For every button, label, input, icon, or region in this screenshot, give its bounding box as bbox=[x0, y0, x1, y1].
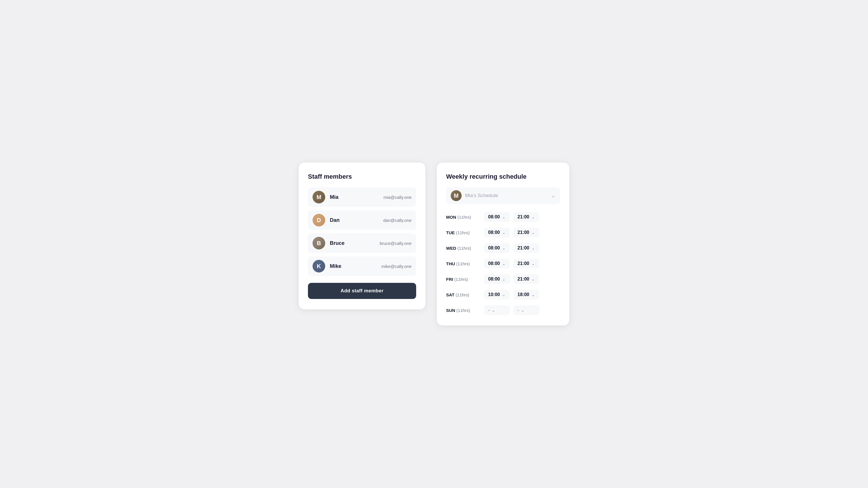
end-chevron-icon: ⌄ bbox=[532, 230, 535, 235]
end-time-fri[interactable]: 21:00 ⌄ bbox=[514, 274, 539, 284]
schedule-card-title: Weekly recurring schedule bbox=[446, 173, 560, 181]
schedule-row-fri: FRI (11hrs) 08:00 ⌄ 21:00 ⌄ bbox=[446, 274, 560, 284]
start-chevron-icon: ⌄ bbox=[502, 293, 505, 297]
staff-card-title: Staff members bbox=[308, 173, 416, 181]
end-time-sat[interactable]: 18:00 ⌄ bbox=[514, 290, 539, 299]
end-chevron-icon: ⌄ bbox=[532, 262, 535, 266]
day-label-tue: TUE (11hrs) bbox=[446, 230, 480, 235]
staff-members-card: Staff members M Mia mia@cally.one D Dan … bbox=[299, 163, 425, 309]
day-label-sat: SAT (11hrs) bbox=[446, 292, 480, 297]
day-label-fri: FRI (11hrs) bbox=[446, 277, 480, 282]
day-label-thu: THU (11hrs) bbox=[446, 261, 480, 266]
avatar-mike: K bbox=[313, 260, 325, 272]
day-label-mon: MON (11hrs) bbox=[446, 215, 480, 220]
staff-name-mike: Mike bbox=[330, 263, 377, 269]
start-chevron-icon: ⌄ bbox=[502, 262, 505, 266]
staff-email-bruce: bruce@cally.one bbox=[380, 241, 411, 246]
end-time-wed[interactable]: 21:00 ⌄ bbox=[514, 243, 539, 253]
day-label-wed: WED (11hrs) bbox=[446, 246, 480, 251]
end-chevron-icon: ⌄ bbox=[532, 293, 535, 297]
staff-item-mia[interactable]: M Mia mia@cally.one bbox=[308, 187, 416, 207]
start-time-thu[interactable]: 08:00 ⌄ bbox=[484, 259, 510, 268]
avatar-dan: D bbox=[313, 214, 325, 226]
start-time-wed[interactable]: 08:00 ⌄ bbox=[484, 243, 510, 253]
schedule-row-thu: THU (11hrs) 08:00 ⌄ 21:00 ⌄ bbox=[446, 259, 560, 268]
staff-name-bruce: Bruce bbox=[330, 240, 375, 246]
end-time-mon[interactable]: 21:00 ⌄ bbox=[514, 212, 539, 222]
start-time-tue[interactable]: 08:00 ⌄ bbox=[484, 228, 510, 237]
staff-name-dan: Dan bbox=[330, 217, 379, 223]
start-time-sun[interactable]: - ⌄ bbox=[484, 305, 510, 315]
staff-email-mike: mike@cally.one bbox=[381, 264, 411, 269]
staff-item-mike[interactable]: K Mike mike@cally.one bbox=[308, 256, 416, 276]
schedule-row-sun: SUN (11hrs) - ⌄ - ⌄ bbox=[446, 305, 560, 315]
schedule-chevron-icon: ⌄ bbox=[551, 193, 555, 199]
add-staff-button[interactable]: Add staff member bbox=[308, 283, 416, 299]
end-time-thu[interactable]: 21:00 ⌄ bbox=[514, 259, 539, 268]
staff-item-bruce[interactable]: B Bruce bruce@cally.one bbox=[308, 233, 416, 253]
avatar-bruce: B bbox=[313, 237, 325, 250]
schedule-card: Weekly recurring schedule M Mia's Schedu… bbox=[437, 163, 569, 325]
day-label-sun: SUN (11hrs) bbox=[446, 308, 480, 313]
schedule-row-tue: TUE (11hrs) 08:00 ⌄ 21:00 ⌄ bbox=[446, 228, 560, 237]
end-chevron-icon: ⌄ bbox=[532, 246, 535, 250]
staff-name-mia: Mia bbox=[330, 194, 379, 200]
page-container: Staff members M Mia mia@cally.one D Dan … bbox=[287, 151, 581, 337]
avatar-mia: M bbox=[313, 191, 325, 203]
staff-email-dan: dan@cally.one bbox=[383, 218, 411, 223]
schedule-row-wed: WED (11hrs) 08:00 ⌄ 21:00 ⌄ bbox=[446, 243, 560, 253]
schedule-row-sat: SAT (11hrs) 10:00 ⌄ 18:00 ⌄ bbox=[446, 290, 560, 299]
schedule-selector[interactable]: M Mia's Schedule ⌄ bbox=[446, 187, 560, 204]
staff-item-dan[interactable]: D Dan dan@cally.one bbox=[308, 210, 416, 230]
schedule-rows: MON (11hrs) 08:00 ⌄ 21:00 ⌄ TUE (11hrs) … bbox=[446, 212, 560, 315]
start-time-fri[interactable]: 08:00 ⌄ bbox=[484, 274, 510, 284]
start-time-mon[interactable]: 08:00 ⌄ bbox=[484, 212, 510, 222]
end-chevron-icon: ⌄ bbox=[532, 277, 535, 282]
staff-list: M Mia mia@cally.one D Dan dan@cally.one … bbox=[308, 187, 416, 276]
start-chevron-icon: ⌄ bbox=[502, 215, 505, 219]
start-chevron-icon: ⌄ bbox=[502, 230, 505, 235]
start-chevron-icon: ⌄ bbox=[502, 246, 505, 250]
end-time-tue[interactable]: 21:00 ⌄ bbox=[514, 228, 539, 237]
start-time-sat[interactable]: 10:00 ⌄ bbox=[484, 290, 510, 299]
start-chevron-icon: ⌄ bbox=[502, 277, 505, 282]
end-time-sun[interactable]: - ⌄ bbox=[514, 305, 539, 315]
start-chevron-icon: ⌄ bbox=[492, 308, 495, 313]
staff-email-mia: mia@cally.one bbox=[384, 195, 412, 200]
schedule-row-mon: MON (11hrs) 08:00 ⌄ 21:00 ⌄ bbox=[446, 212, 560, 222]
schedule-avatar: M bbox=[451, 190, 462, 201]
end-chevron-icon: ⌄ bbox=[532, 215, 535, 219]
schedule-selected-name: Mia's Schedule bbox=[465, 193, 548, 199]
end-chevron-icon: ⌄ bbox=[521, 308, 524, 313]
